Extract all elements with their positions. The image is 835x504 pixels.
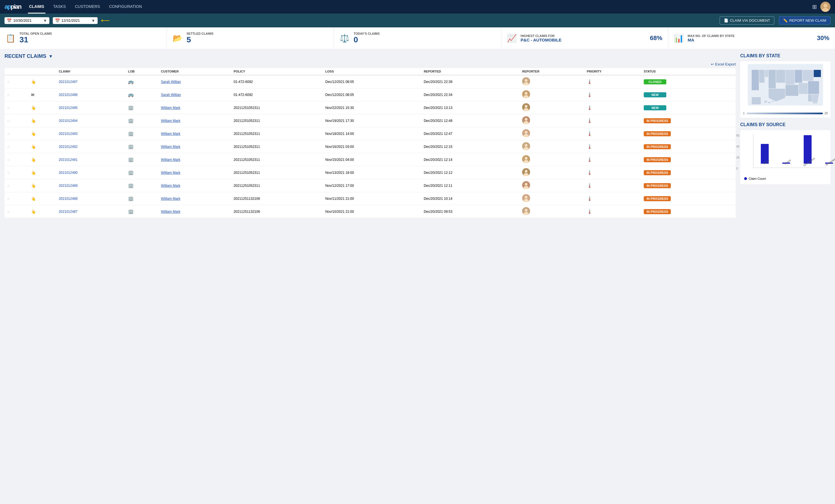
stats-row: 📋 TOTAL OPEN CLAIMS 31 📂 SETTLED CLAIMS … xyxy=(0,27,835,49)
customer-link[interactable]: William Mark xyxy=(161,197,181,201)
claim-link[interactable]: 2021012487 xyxy=(59,210,78,214)
nav-claims[interactable]: CLAIMS xyxy=(28,0,45,14)
claim-link[interactable]: 2021012494 xyxy=(59,119,78,123)
priority-icon: 🌡️ xyxy=(587,196,592,201)
status-badge: IN PROGRESS xyxy=(644,157,671,162)
priority-icon: 🌡️ xyxy=(587,79,592,84)
customer-link[interactable]: William Mark xyxy=(161,106,181,110)
calendar-icon-right2[interactable]: ▼ xyxy=(91,18,95,23)
excel-export-button[interactable]: ↩ Excel Export xyxy=(711,62,736,66)
priority-cell: 🌡️ xyxy=(585,88,641,101)
grid-icon[interactable]: ⊞ xyxy=(812,3,817,10)
hand-icon[interactable]: 👆 xyxy=(31,183,36,188)
hand-icon[interactable]: 👆 xyxy=(31,209,36,214)
star-icon[interactable]: ☆ xyxy=(7,196,11,201)
date-from-input[interactable]: 10/30/2021 xyxy=(13,18,41,23)
customer-link[interactable]: William Mark xyxy=(161,171,181,175)
lob-cell: 🏢 xyxy=(126,140,159,153)
hand-icon[interactable]: 👆 xyxy=(31,119,36,123)
star-icon[interactable]: ☆ xyxy=(7,132,11,136)
stat-highest-sub: P&C - AUTOMOBILE xyxy=(521,38,646,42)
hand-icon[interactable]: 👆 xyxy=(31,105,36,110)
lob-cell: 🏢 xyxy=(126,114,159,127)
priority-icon: 🌡️ xyxy=(587,118,592,123)
customer-link[interactable]: William Mark xyxy=(161,145,181,149)
status-cell: NEW xyxy=(641,101,736,114)
customer-link[interactable]: William Mark xyxy=(161,119,181,123)
customer-link[interactable]: Sarah Willian xyxy=(161,93,181,97)
nav-tasks[interactable]: TASKS xyxy=(52,0,67,14)
customer-link[interactable]: William Mark xyxy=(161,158,181,162)
date-to-input[interactable]: 12/31/2021 xyxy=(61,18,90,23)
claim-link[interactable]: 2021012490 xyxy=(59,171,78,175)
loss-cell: Nov/15/2021 04:00 xyxy=(323,153,422,166)
max-claims-icon: 📊 xyxy=(674,34,684,43)
reporter-cell xyxy=(520,166,585,179)
claim-link[interactable]: 2021012491 xyxy=(59,158,78,162)
table-row: ☆ 👆 2021012488 🏢 William Mark 2021125113… xyxy=(4,192,736,205)
claim-via-document-button[interactable]: 📄 CLAIM VIA DOCUMENT xyxy=(720,16,774,24)
claim-link[interactable]: 2021012489 xyxy=(59,184,78,188)
star-cell: ☆ xyxy=(4,114,29,127)
reporter-avatar xyxy=(522,129,530,137)
user-avatar[interactable] xyxy=(820,2,831,12)
nav-customers[interactable]: CUSTOMERS xyxy=(74,0,101,14)
table-header-row: CLAIM# LOB CUSTOMER POLICY LOSS REPORTED… xyxy=(4,68,736,75)
table-row: ☆ 👆 2021012489 🏢 William Mark 2021125105… xyxy=(4,179,736,192)
claim-link[interactable]: 2021012492 xyxy=(59,145,78,149)
customer-link[interactable]: Sarah Willian xyxy=(161,80,181,84)
legend-dot xyxy=(744,177,747,180)
star-icon[interactable]: ☆ xyxy=(7,105,11,110)
action-cell: 👆 xyxy=(29,166,56,179)
bar-chart-area: 60 40 20 0 Email Phone Self-Service What… xyxy=(744,134,827,180)
left-panel: RECENT CLAIMS ▼ ↩ Excel Export CLAIM# LO… xyxy=(4,53,736,218)
bar-group: WhatsApp xyxy=(820,163,835,168)
action-cell: 👆 xyxy=(29,101,56,114)
calendar-icon-left2[interactable]: 📅 xyxy=(55,18,60,23)
svg-point-7 xyxy=(525,92,528,95)
claim-link[interactable]: 2021012495 xyxy=(59,106,78,110)
star-icon[interactable]: ☆ xyxy=(7,144,11,149)
customer-link[interactable]: William Mark xyxy=(161,184,181,188)
app-logo[interactable]: appian xyxy=(4,3,21,11)
hand-icon[interactable]: 👆 xyxy=(31,80,36,84)
hand-icon[interactable]: ✉ xyxy=(31,93,35,97)
lob-icon: 🏢 xyxy=(128,183,134,188)
col-star xyxy=(4,68,29,75)
svg-point-10 xyxy=(525,105,528,108)
filter-icon[interactable]: ▼ xyxy=(48,54,53,59)
star-icon[interactable]: ☆ xyxy=(7,209,11,214)
hand-icon[interactable]: 👆 xyxy=(31,170,36,175)
customer-link[interactable]: William Mark xyxy=(161,210,181,214)
report-new-claim-button[interactable]: ✏️ REPORT NEW CLAIM xyxy=(779,16,831,24)
customer-link[interactable]: William Mark xyxy=(161,132,181,136)
bar-group: Self-Service xyxy=(799,135,817,168)
claim-cell: 2021012497 xyxy=(56,75,126,88)
star-icon[interactable]: ☆ xyxy=(7,80,11,84)
calendar-icon-left[interactable]: 📅 xyxy=(7,18,12,23)
nav-configuration[interactable]: CONFIGURATION xyxy=(108,0,143,14)
stat-settled-label: SETTLED CLAIMS xyxy=(186,32,213,35)
star-icon[interactable]: ☆ xyxy=(7,93,11,97)
claim-link[interactable]: 2021012488 xyxy=(59,197,78,201)
claim-link[interactable]: 2021012497 xyxy=(59,80,78,84)
star-icon[interactable]: ☆ xyxy=(7,170,11,175)
hand-icon[interactable]: 👆 xyxy=(31,132,36,136)
star-icon[interactable]: ☆ xyxy=(7,119,11,123)
claim-link[interactable]: 2021012493 xyxy=(59,132,78,136)
hand-icon[interactable]: 👆 xyxy=(31,144,36,149)
date-from-wrap: 📅 10/30/2021 ▼ xyxy=(4,17,49,24)
hand-icon[interactable]: 👆 xyxy=(31,158,36,162)
star-icon[interactable]: ☆ xyxy=(7,158,11,162)
lob-cell: 🏢 xyxy=(126,153,159,166)
col-reported: REPORTED xyxy=(422,68,520,75)
star-icon[interactable]: ☆ xyxy=(7,183,11,188)
stat-total-open-claims: 📋 TOTAL OPEN CLAIMS 31 xyxy=(0,27,167,49)
status-badge: IN PROGRESS xyxy=(644,196,671,201)
policy-cell: 20211251052311 xyxy=(231,127,323,140)
document-icon: 📄 xyxy=(724,18,728,23)
hand-icon[interactable]: 👆 xyxy=(31,196,36,201)
calendar-icon-right[interactable]: ▼ xyxy=(43,18,47,23)
claim-cell: 2021012494 xyxy=(56,114,126,127)
claim-link[interactable]: 2021012496 xyxy=(59,93,78,97)
